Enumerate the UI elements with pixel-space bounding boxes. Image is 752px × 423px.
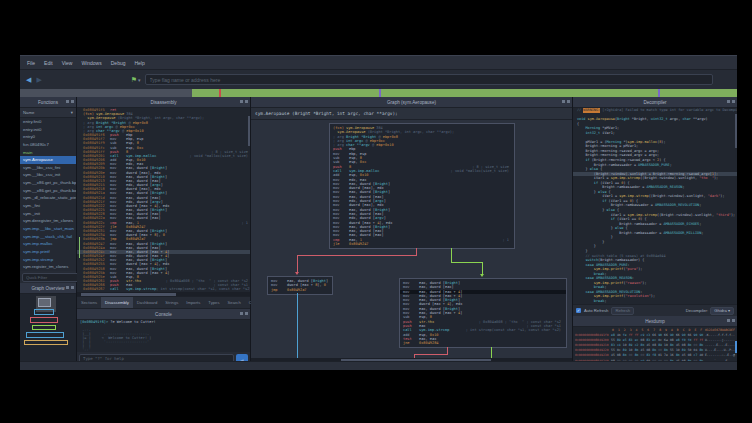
function-item[interactable]: entry0 (20, 133, 76, 141)
graph-panel: Graph (sym.Aeropause) sym.Aeropause (Bri… (251, 97, 573, 361)
graph-edge (416, 248, 417, 255)
quick-filter-row: ✕ (20, 271, 76, 283)
panel-menu-icons[interactable] (66, 286, 74, 289)
panel-menu-icons[interactable] (562, 100, 570, 103)
code-line[interactable]: jne0x8049284 (400, 341, 566, 345)
graph-edge-arrow (480, 274, 484, 277)
graph-edge (482, 262, 483, 274)
tab-types[interactable]: Types (204, 297, 223, 308)
tab-search[interactable]: Search (224, 297, 245, 308)
graph-title: Graph (sym.Aeropause) (387, 100, 436, 105)
decompiler-line[interactable]: // WARNING: [r2ghidra] Failed to match t… (573, 108, 737, 113)
overview-node (32, 325, 56, 330)
graph-edge (451, 248, 452, 262)
quick-filter-input[interactable] (22, 273, 85, 282)
function-item[interactable]: sym.imp.printf (20, 248, 76, 256)
overview-node (26, 332, 64, 338)
hexdump-scrollbar[interactable] (735, 341, 737, 353)
graph-edge (491, 347, 492, 358)
code-line[interactable]: 0x08049267callsym.imp.strcmp; int strcmp… (77, 287, 250, 291)
panel-menu-icons[interactable] (66, 100, 74, 103)
tab-dashboard[interactable]: Dashboard (133, 297, 162, 308)
tab-sections[interactable]: Sections (77, 297, 101, 308)
disassembly-listing: 0x080491f5ret(fcn) sym.Aeropause 384 sym… (77, 108, 250, 292)
graph-block[interactable]: moveax, dword [Bright]moveax, dword [eax… (399, 278, 567, 348)
function-item[interactable]: sym._fini (20, 202, 76, 210)
graph-block[interactable]: (fcn) sym.Aeropause 384 sym.Aeropause (B… (329, 123, 515, 249)
function-item[interactable]: sym.__libc_csu_fini (20, 164, 76, 172)
disassembly-panel: Disassembly 0x080491f5ret(fcn) sym.Aerop… (77, 97, 251, 361)
function-item[interactable]: sym.register_tm_clones (20, 263, 76, 271)
menu-view[interactable]: View (62, 60, 73, 66)
decompiler-engine-select[interactable]: Ghidra ▾ (710, 307, 734, 315)
functions-panel-header: Functions (20, 97, 76, 108)
function-item[interactable]: sym.imp.strcmp (20, 256, 76, 264)
menu-file[interactable]: File (27, 60, 35, 66)
function-item[interactable]: sym.deregister_tm_clones (20, 217, 76, 225)
function-item[interactable]: sym.__libc_csu_init (20, 171, 76, 179)
decompiler-line[interactable]: break; (573, 299, 737, 304)
cutter-window: FileEditViewWindowsDebugHelp ◀ ▶ ⚑ ▾ Fun… (20, 55, 737, 368)
tab-strings[interactable]: Strings (161, 297, 182, 308)
function-item[interactable]: sym.__x86.get_pc_thunk.bx (20, 187, 76, 195)
auto-refresh-label: Auto Refresh (584, 308, 608, 313)
console-output: [0x080491f6]> ?e Welcome to Cutter! .--.… (77, 320, 250, 352)
panel-menu-icons[interactable] (240, 312, 248, 315)
seek-bar[interactable] (20, 89, 737, 97)
code-line[interactable]: jmp0x80492a7 (268, 288, 332, 292)
functions-title: Functions (38, 100, 58, 105)
decompiler-select-label: Decompiler: (686, 308, 708, 313)
hexdump-body: 0123456789ABCDEF0123456789ABCDEF0x000000… (573, 327, 737, 364)
decompiler-scrollbar[interactable] (735, 114, 737, 148)
function-item[interactable]: sym.imp.malloc (20, 240, 76, 248)
disassembly-scrollbar[interactable] (248, 116, 250, 146)
menu-edit[interactable]: Edit (44, 60, 53, 66)
overview-node (34, 309, 54, 315)
decompiler-code: // WARNING: [r2ghidra] Failed to match t… (573, 108, 737, 304)
code-line[interactable]: jle0x8049247 (330, 242, 514, 246)
seek-tick (379, 89, 381, 97)
panel-menu-icons[interactable] (727, 319, 735, 322)
menu-help[interactable]: Help (134, 60, 144, 66)
refresh-button[interactable]: Refresh (611, 307, 634, 315)
graph-block[interactable]: moveax, dword [Bright]movdword [eax + 8]… (267, 276, 333, 295)
dock-tab-bar: SectionsDisassemblyDashboardStringsImpor… (77, 296, 250, 309)
main-area: Functions Name ▾ entry.fini0entry.init0e… (20, 97, 737, 361)
graph-edge (297, 293, 298, 358)
chevron-down-icon[interactable]: ▾ (138, 77, 141, 83)
graph-canvas[interactable]: (fcn) sym.Aeropause 384 sym.Aeropause (B… (251, 120, 572, 358)
panel-menu-icons[interactable] (727, 100, 735, 103)
function-item[interactable]: sym.imp.__libc_start_main (20, 225, 76, 233)
function-item[interactable]: main (20, 149, 76, 157)
graph-edge (297, 255, 298, 272)
function-item[interactable]: sym.imp.__stack_chk_fail (20, 233, 76, 241)
tab-imports[interactable]: Imports (182, 297, 204, 308)
function-item[interactable]: entry.fini0 (20, 118, 76, 126)
menu-windows[interactable]: Windows (81, 60, 101, 66)
function-item[interactable]: sym._init (20, 210, 76, 218)
function-item[interactable]: sym._dl_relocate_static_pie (20, 194, 76, 202)
function-item[interactable]: entry.init0 (20, 126, 76, 134)
panel-menu-icons[interactable] (240, 100, 248, 103)
menu-debug[interactable]: Debug (111, 60, 126, 66)
function-item[interactable]: sym.__x86.get_pc_thunk.bp (20, 179, 76, 187)
status-strip (20, 361, 737, 370)
tab-disassembly[interactable]: Disassembly (101, 297, 133, 308)
back-arrow-icon[interactable]: ◀ (26, 76, 31, 83)
forward-arrow-icon[interactable]: ▶ (36, 76, 41, 83)
auto-refresh-checkbox[interactable]: ✓ (576, 308, 581, 313)
hexdump-panel-header: Hexdump (573, 316, 737, 327)
decompiler-controls: ✓ Auto Refresh Refresh Decompiler: Ghidr… (573, 304, 737, 316)
decompiler-panel-header: Decompiler (573, 97, 737, 108)
jump-arrow-line (79, 237, 80, 258)
function-item[interactable]: sym.Aeropause (20, 156, 76, 164)
flag-address-input[interactable] (145, 74, 713, 85)
disassembly-hscrollbar[interactable] (77, 292, 250, 296)
chevron-down-icon[interactable]: ▾ (71, 110, 73, 115)
graph-overview-canvas[interactable] (20, 294, 76, 363)
functions-column-header[interactable]: Name ▾ (20, 108, 76, 118)
graph-panel-header: Graph (sym.Aeropause) (251, 97, 572, 108)
name-column-label: Name (23, 110, 34, 115)
function-item[interactable]: fcn.080490c7 (20, 141, 76, 149)
decompiler-panel: Decompiler // WARNING: [r2ghidra] Failed… (573, 97, 737, 361)
